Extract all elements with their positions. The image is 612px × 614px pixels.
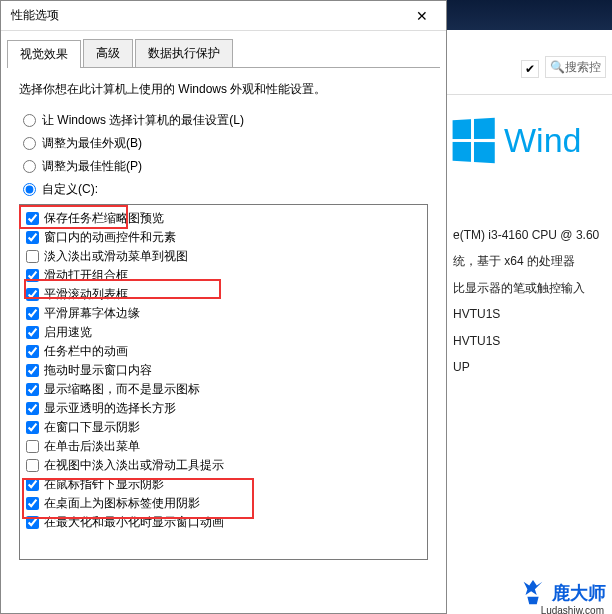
checkbox-input[interactable] (26, 402, 39, 415)
list-item[interactable]: 在单击后淡出菜单 (22, 437, 425, 456)
checkbox-input[interactable] (26, 478, 39, 491)
radio-label: 让 Windows 选择计算机的最佳设置(L) (42, 112, 244, 129)
checkbox-input[interactable] (26, 383, 39, 396)
performance-options-dialog: 性能选项 ✕ 视觉效果 高级 数据执行保护 选择你想在此计算机上使用的 Wind… (0, 0, 447, 614)
system-info-panel: e(TM) i3-4160 CPU @ 3.60统，基于 x64 的处理器比显示… (453, 222, 612, 380)
radio-input[interactable] (23, 137, 36, 150)
list-item[interactable]: 在桌面上为图标标签使用阴影 (22, 494, 425, 513)
deer-icon (518, 578, 548, 608)
checkbox-label: 拖动时显示窗口内容 (44, 362, 152, 379)
list-item[interactable]: 显示亚透明的选择长方形 (22, 399, 425, 418)
checkbox-label: 平滑滚动列表框 (44, 286, 128, 303)
list-item[interactable]: 任务栏中的动画 (22, 342, 425, 361)
watermark: 鹿大师 (518, 578, 606, 608)
list-item[interactable]: 启用速览 (22, 323, 425, 342)
radio-label: 自定义(C): (42, 181, 98, 198)
description-text: 选择你想在此计算机上使用的 Windows 外观和性能设置。 (19, 80, 428, 98)
dialog-content: 选择你想在此计算机上使用的 Windows 外观和性能设置。 让 Windows… (1, 68, 446, 613)
radio-input[interactable] (23, 114, 36, 127)
checkbox-label: 平滑屏幕字体边缘 (44, 305, 140, 322)
checkbox-input[interactable] (26, 440, 39, 453)
background-titlebar (447, 0, 612, 30)
checkbox-label: 保存任务栏缩略图预览 (44, 210, 164, 227)
list-item[interactable]: 在窗口下显示阴影 (22, 418, 425, 437)
checkbox-label: 在鼠标指针下显示阴影 (44, 476, 164, 493)
checkbox-input[interactable] (26, 364, 39, 377)
checkmark-icon[interactable]: ✔ (521, 60, 539, 78)
checkbox-label: 显示亚透明的选择长方形 (44, 400, 176, 417)
radio-label: 调整为最佳外观(B) (42, 135, 142, 152)
checkbox-input[interactable] (26, 516, 39, 529)
checkbox-input[interactable] (26, 345, 39, 358)
checkbox-label: 在窗口下显示阴影 (44, 419, 140, 436)
checkbox-input[interactable] (26, 459, 39, 472)
checkbox-input[interactable] (26, 288, 39, 301)
search-input[interactable]: 🔍 搜索控 (545, 56, 606, 78)
titlebar: 性能选项 ✕ (1, 1, 446, 31)
watermark-url: Ludashiw.com (541, 605, 604, 614)
list-item[interactable]: 平滑滚动列表框 (22, 285, 425, 304)
system-info-line: HVTU1S (453, 328, 612, 354)
tabs-row: 视觉效果 高级 数据执行保护 (7, 39, 440, 68)
checkbox-input[interactable] (26, 497, 39, 510)
list-item[interactable]: 在鼠标指针下显示阴影 (22, 475, 425, 494)
checkbox-label: 在最大化和最小化时显示窗口动画 (44, 514, 224, 531)
radio-input[interactable] (23, 160, 36, 173)
close-icon: ✕ (416, 8, 428, 24)
checkbox-input[interactable] (26, 307, 39, 320)
list-item[interactable]: 保存任务栏缩略图预览 (22, 209, 425, 228)
list-item[interactable]: 淡入淡出或滑动菜单到视图 (22, 247, 425, 266)
close-button[interactable]: ✕ (402, 2, 442, 30)
windows-logo-icon (453, 118, 495, 164)
dialog-title: 性能选项 (11, 7, 59, 24)
tab-visual-effects[interactable]: 视觉效果 (7, 40, 81, 68)
checkbox-input[interactable] (26, 250, 39, 263)
search-icon: 🔍 (550, 60, 565, 74)
checkbox-input[interactable] (26, 326, 39, 339)
checkbox-input[interactable] (26, 421, 39, 434)
checkbox-label: 滑动打开组合框 (44, 267, 128, 284)
list-item[interactable]: 滑动打开组合框 (22, 266, 425, 285)
windows-logo: Wind (451, 119, 612, 162)
checkbox-label: 在桌面上为图标标签使用阴影 (44, 495, 200, 512)
radio-best-appearance[interactable]: 调整为最佳外观(B) (23, 135, 428, 152)
checkbox-label: 淡入淡出或滑动菜单到视图 (44, 248, 188, 265)
visual-effects-checklist[interactable]: 保存任务栏缩略图预览窗口内的动画控件和元素淡入淡出或滑动菜单到视图滑动打开组合框… (19, 204, 428, 560)
system-info-line: 统，基于 x64 的处理器 (453, 248, 612, 274)
checkbox-label: 窗口内的动画控件和元素 (44, 229, 176, 246)
list-item[interactable]: 在视图中淡入淡出或滑动工具提示 (22, 456, 425, 475)
watermark-text: 鹿大师 (552, 581, 606, 605)
search-placeholder: 搜索控 (565, 59, 601, 76)
list-item[interactable]: 在最大化和最小化时显示窗口动画 (22, 513, 425, 532)
checkbox-label: 启用速览 (44, 324, 92, 341)
windows-logo-text: Wind (504, 121, 581, 160)
list-item[interactable]: 拖动时显示窗口内容 (22, 361, 425, 380)
radio-input[interactable] (23, 183, 36, 196)
checkbox-input[interactable] (26, 269, 39, 282)
list-item[interactable]: 平滑屏幕字体边缘 (22, 304, 425, 323)
background-toolbar: ✔ 🔍 搜索控 (447, 30, 612, 95)
radio-let-windows-decide[interactable]: 让 Windows 选择计算机的最佳设置(L) (23, 112, 428, 129)
checkbox-input[interactable] (26, 212, 39, 225)
radio-label: 调整为最佳性能(P) (42, 158, 142, 175)
checkbox-label: 在单击后淡出菜单 (44, 438, 140, 455)
checkbox-input[interactable] (26, 231, 39, 244)
list-item[interactable]: 窗口内的动画控件和元素 (22, 228, 425, 247)
list-item[interactable]: 显示缩略图，而不是显示图标 (22, 380, 425, 399)
checkbox-label: 在视图中淡入淡出或滑动工具提示 (44, 457, 224, 474)
system-info-line: 比显示器的笔或触控输入 (453, 275, 612, 301)
system-info-line: HVTU1S (453, 301, 612, 327)
background-system-window: ✔ 🔍 搜索控 Wind e(TM) i3-4160 CPU @ 3.60统，基… (447, 0, 612, 614)
checkbox-label: 任务栏中的动画 (44, 343, 128, 360)
radio-best-performance[interactable]: 调整为最佳性能(P) (23, 158, 428, 175)
tab-dep[interactable]: 数据执行保护 (135, 39, 233, 67)
system-info-line: e(TM) i3-4160 CPU @ 3.60 (453, 222, 612, 248)
checkbox-label: 显示缩略图，而不是显示图标 (44, 381, 200, 398)
tab-advanced[interactable]: 高级 (83, 39, 133, 67)
system-info-line: UP (453, 354, 612, 380)
radio-custom[interactable]: 自定义(C): (23, 181, 428, 198)
